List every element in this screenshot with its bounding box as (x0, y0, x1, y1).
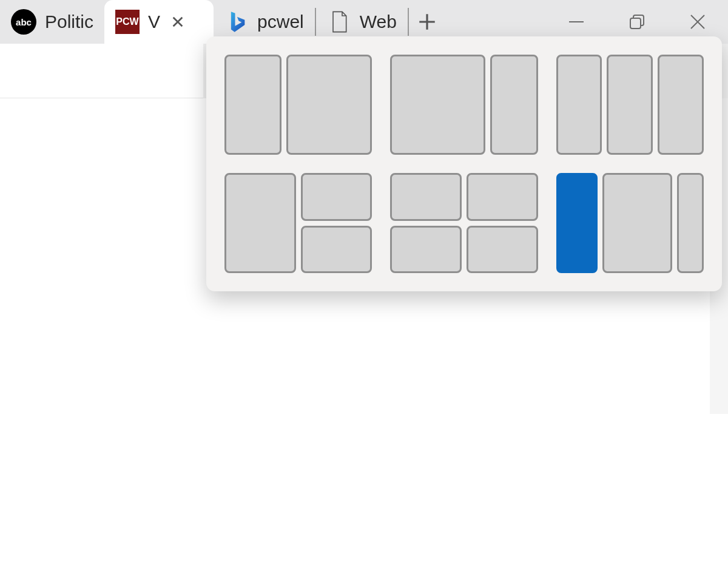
snap-zone[interactable] (390, 173, 462, 221)
maximize-restore-button[interactable] (607, 4, 667, 40)
snap-layout-4[interactable] (224, 173, 372, 273)
snap-layout-5[interactable] (390, 173, 538, 273)
snap-zone[interactable] (467, 226, 538, 274)
svg-rect-1 (630, 18, 641, 29)
snap-zone[interactable] (390, 55, 485, 155)
close-icon[interactable] (169, 15, 187, 29)
snap-zone[interactable] (467, 173, 538, 221)
snap-zone[interactable] (677, 173, 704, 273)
snap-zone[interactable] (286, 55, 372, 155)
minimize-button[interactable] (546, 4, 607, 40)
snap-zone[interactable] (602, 173, 672, 273)
snap-zone-selected[interactable] (556, 173, 598, 273)
abc-icon: abc (11, 9, 36, 35)
snap-layout-flyout (206, 36, 722, 291)
bing-icon (224, 10, 249, 34)
snap-zone[interactable] (301, 226, 372, 274)
snap-zone[interactable] (490, 55, 538, 155)
tab-politic[interactable]: abc Politic (0, 0, 104, 44)
snap-zone[interactable] (301, 173, 372, 221)
address-bar[interactable] (0, 44, 203, 98)
tab-title: pcwel (257, 12, 304, 32)
tab-title: Web (360, 12, 397, 32)
snap-zone[interactable] (658, 55, 704, 155)
tab-title: Politic (45, 12, 93, 32)
snap-layout-2[interactable] (390, 55, 538, 155)
pcw-icon: PCW (115, 10, 140, 34)
snap-zone[interactable] (224, 173, 296, 273)
snap-zone[interactable] (607, 55, 653, 155)
tab-title: V (148, 12, 160, 32)
snap-layout-3[interactable] (556, 55, 704, 155)
snap-zone[interactable] (224, 55, 281, 155)
snap-layout-6[interactable] (556, 173, 704, 273)
tab-pcw-active[interactable]: PCW V (104, 0, 214, 44)
snap-zone[interactable] (390, 226, 462, 274)
snap-layout-1[interactable] (224, 55, 372, 155)
page-icon (327, 10, 351, 34)
snap-zone[interactable] (556, 55, 602, 155)
close-window-button[interactable] (667, 4, 728, 40)
